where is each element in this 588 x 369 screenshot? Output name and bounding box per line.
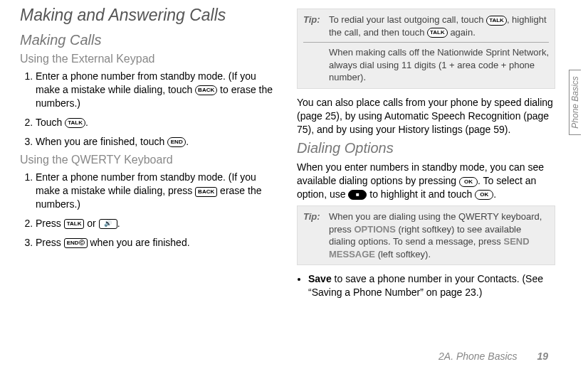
right-column: Tip: To redial your last outgoing call, …	[297, 6, 555, 304]
text: when you are finished.	[88, 237, 190, 248]
text: Touch	[36, 117, 65, 128]
qwerty-steps: Enter a phone number from standby mode. …	[20, 171, 278, 249]
step-b2: Press TALK or .	[36, 217, 278, 230]
text: To redial your last outgoing call, touch	[329, 14, 486, 25]
divider	[303, 42, 549, 43]
options-bullets: Save to save a phone number in your Cont…	[297, 272, 555, 299]
text: Press	[36, 218, 64, 229]
text: to save a phone number in your Contacts.…	[308, 273, 543, 298]
text: or	[84, 218, 98, 229]
ok-key-icon: OK	[475, 190, 493, 200]
text: .	[85, 117, 88, 128]
page-number: 19	[537, 351, 548, 362]
tip-label: Tip:	[303, 14, 325, 38]
using-qwerty-heading: Using the QWERTY Keyboard	[20, 154, 278, 166]
back-key-icon: BACK	[195, 85, 217, 95]
text: .	[493, 188, 496, 200]
step-a1: Enter a phone number from standby mode. …	[36, 70, 278, 110]
ok-key-icon: OK	[459, 177, 478, 187]
tip-body: To redial your last outgoing call, touch…	[329, 14, 549, 38]
text: to highlight it and touch	[367, 188, 475, 200]
step-b3: Press ENDⒸ when you are finished.	[36, 236, 278, 250]
speaker-key-icon	[99, 219, 117, 229]
save-label: Save	[308, 273, 332, 284]
save-option: Save to save a phone number in your Cont…	[308, 272, 555, 299]
talk-key-icon: TALK	[64, 219, 85, 229]
side-tab-label: Phone Basics	[570, 76, 580, 128]
text: Press	[36, 237, 64, 248]
using-external-keypad-heading: Using the External Keypad	[20, 53, 278, 65]
text: When you are finished, touch	[36, 136, 167, 147]
tip-box-1: Tip: To redial your last outgoing call, …	[297, 9, 555, 89]
talk-key-icon: TALK	[427, 28, 448, 38]
end-key-icon: ENDⒸ	[64, 238, 88, 248]
side-tab: Phone Basics	[569, 70, 581, 135]
section-title: Making and Answering Calls	[20, 6, 278, 25]
step-a3: When you are finished, touch END.	[36, 135, 278, 149]
left-column: Making and Answering Calls Making Calls …	[20, 6, 278, 304]
page-content: Making and Answering Calls Making Calls …	[0, 0, 588, 311]
text: (left softkey).	[375, 249, 431, 260]
step-a2: Touch TALK.	[36, 116, 278, 129]
chapter-label: 2A. Phone Basics	[439, 351, 518, 362]
making-calls-heading: Making Calls	[20, 32, 278, 48]
end-key-icon: END	[167, 137, 186, 147]
text: .	[117, 218, 120, 229]
external-keypad-steps: Enter a phone number from standby mode. …	[20, 70, 278, 148]
tip-body: When you are dialing using the QWERTY ke…	[329, 210, 549, 260]
talk-key-icon: TALK	[486, 16, 507, 26]
talk-key-icon: TALK	[65, 118, 85, 128]
tip-box-2: Tip: When you are dialing using the QWER…	[297, 205, 555, 265]
tip-body: When making calls off the Nationwide Spr…	[329, 46, 549, 84]
dialing-options-heading: Dialing Options	[297, 140, 555, 156]
dialing-options-paragraph: When you enter numbers in standby mode, …	[297, 161, 555, 201]
back-key-icon: BACK	[195, 187, 217, 197]
options-softkey-label: OPTIONS	[354, 224, 396, 235]
tip-label-spacer	[303, 46, 325, 84]
page-footer: 2A. Phone Basics 19	[439, 351, 548, 362]
text: .	[186, 136, 189, 147]
text: again.	[448, 27, 476, 38]
nav-key-icon: ■	[348, 190, 367, 200]
speed-dial-paragraph: You can also place calls from your phone…	[297, 96, 555, 137]
step-b1: Enter a phone number from standby mode. …	[36, 171, 278, 211]
tip-label: Tip:	[303, 210, 325, 260]
